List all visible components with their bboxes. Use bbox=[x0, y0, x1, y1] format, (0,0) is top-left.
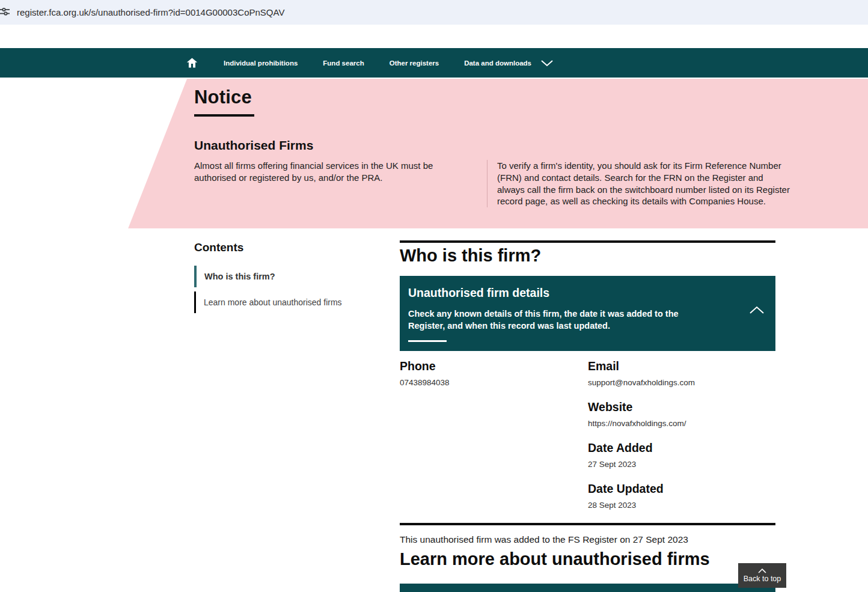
detail-value: 07438984038 bbox=[400, 378, 588, 387]
chevron-up-icon[interactable] bbox=[749, 306, 765, 317]
section-bottom-rule bbox=[400, 523, 775, 525]
notice-right-text: To verify a firm's identity, you should … bbox=[497, 160, 790, 207]
back-to-top-button[interactable]: Back to top bbox=[738, 563, 786, 588]
contents-sidebar: Contents Who is this firm? Learn more ab… bbox=[194, 241, 377, 317]
detail-email: Email support@novafxholdings.com bbox=[588, 359, 775, 387]
notice-title: Notice bbox=[194, 87, 252, 108]
notice-subtitle: Unauthorised Firms bbox=[194, 138, 313, 153]
detail-label: Email bbox=[588, 359, 775, 373]
detail-label: Website bbox=[588, 400, 775, 414]
detail-label: Phone bbox=[400, 359, 588, 373]
nav-item-fund-search[interactable]: Fund search bbox=[323, 60, 364, 67]
learn-more-title: Learn more about unauthorised firms bbox=[400, 549, 775, 569]
url-text[interactable]: register.fca.org.uk/s/unauthorised-firm?… bbox=[17, 7, 284, 17]
detail-date-added: Date Added 27 Sept 2023 bbox=[588, 441, 775, 469]
panel-accent-bar bbox=[408, 340, 447, 342]
unauthorised-firm-details-panel: Unauthorised firm details Check any know… bbox=[400, 276, 775, 351]
detail-date-updated: Date Updated 28 Sept 2023 bbox=[588, 482, 775, 510]
notice-title-underline bbox=[194, 114, 254, 117]
detail-value: https://novafxholdings.com/ bbox=[588, 419, 775, 428]
contents-title: Contents bbox=[194, 241, 377, 254]
detail-label: Date Updated bbox=[588, 482, 775, 496]
detail-label: Date Added bbox=[588, 441, 775, 455]
register-added-note: This unauthorised firm was added to the … bbox=[400, 534, 775, 545]
chevron-up-icon bbox=[758, 569, 766, 573]
contents-item-learn-more[interactable]: Learn more about unauthorised firms bbox=[194, 291, 377, 313]
panel-description: Check any known details of this firm, th… bbox=[408, 308, 679, 332]
chevron-down-icon[interactable] bbox=[540, 60, 554, 67]
detail-phone: Phone 07438984038 bbox=[400, 359, 588, 387]
top-navbar: Individual prohibitions Fund search Othe… bbox=[0, 48, 868, 78]
about-customer-protections-panel: About customer protections bbox=[400, 584, 775, 592]
notice-left-text: Almost all firms offering financial serv… bbox=[194, 160, 477, 207]
section-top-rule bbox=[400, 240, 775, 243]
notice-column-divider bbox=[487, 160, 487, 207]
detail-value: 27 Sept 2023 bbox=[588, 460, 775, 469]
firm-details: Phone 07438984038 Email support@novafxho… bbox=[400, 359, 775, 523]
home-icon[interactable] bbox=[186, 57, 198, 69]
detail-value: support@novafxholdings.com bbox=[588, 378, 775, 387]
panel-title: Unauthorised firm details bbox=[408, 286, 763, 300]
nav-item-data-and-downloads[interactable]: Data and downloads bbox=[464, 60, 531, 67]
contents-item-who-is-this-firm[interactable]: Who is this firm? bbox=[194, 266, 377, 287]
notice-banner: Notice Unauthorised Firms Almost all fir… bbox=[0, 79, 868, 228]
detail-website: Website https://novafxholdings.com/ bbox=[588, 400, 775, 428]
section-title: Who is this firm? bbox=[400, 246, 775, 266]
site-settings-icon[interactable] bbox=[0, 4, 11, 21]
main-content: Who is this firm? Unauthorised firm deta… bbox=[400, 240, 775, 592]
nav-item-individual-prohibitions[interactable]: Individual prohibitions bbox=[224, 60, 298, 67]
nav-item-other-registers[interactable]: Other registers bbox=[390, 60, 439, 67]
detail-value: 28 Sept 2023 bbox=[588, 501, 775, 510]
back-to-top-label: Back to top bbox=[744, 575, 781, 583]
browser-url-bar: register.fca.org.uk/s/unauthorised-firm?… bbox=[0, 0, 868, 25]
